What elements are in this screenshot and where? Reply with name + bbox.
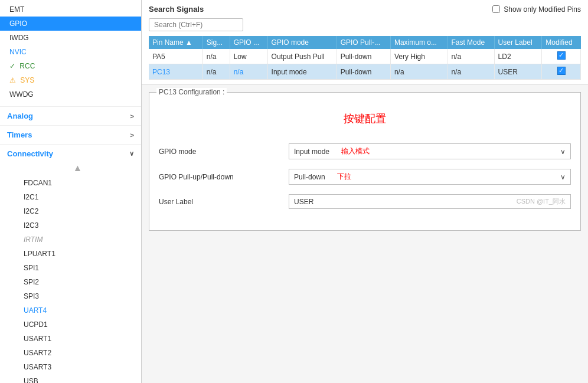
- cell-gpio-mode: Output Push Pull: [267, 49, 337, 64]
- cell-modified[interactable]: [542, 49, 581, 64]
- sidebar-item-sys[interactable]: ⚠ SYS: [0, 73, 141, 87]
- sidebar-item-usart2[interactable]: USART2: [14, 346, 141, 360]
- config-center-title: 按键配置: [159, 100, 571, 143]
- config-row-user-label: User Label USER CSDN @IT_阿水: [159, 194, 571, 209]
- show-modified-checkbox[interactable]: [492, 5, 500, 13]
- sidebar-item-usart3[interactable]: USART3: [14, 360, 141, 374]
- table-row[interactable]: PC13 n/a n/a Input mode Pull-down n/a n/…: [149, 64, 581, 80]
- emt-label: EMT: [9, 5, 24, 14]
- gpio-pull-annotation: 下拉: [330, 172, 351, 182]
- search-bar-row: Search Signals Show only Modified Pins: [149, 5, 581, 14]
- cell-max-output: n/a: [390, 64, 447, 80]
- analog-section-label: Analog: [7, 112, 33, 120]
- user-label-value: USER: [294, 198, 313, 206]
- gpio-mode-select[interactable]: Input mode 输入模式 ∨: [289, 143, 571, 159]
- col-gpio[interactable]: GPIO ...: [230, 36, 267, 49]
- cell-pin-name: PC13: [149, 64, 202, 80]
- sidebar-item-spi3[interactable]: SPI3: [14, 289, 141, 303]
- nvic-label: NVIC: [9, 48, 27, 56]
- user-label-label: User Label: [159, 198, 289, 206]
- col-max-output[interactable]: Maximum o...: [390, 36, 447, 49]
- gpio-pull-select[interactable]: Pull-down 下拉 ∨: [289, 169, 571, 185]
- gpio-mode-control: Input mode 输入模式 ∨: [289, 143, 571, 159]
- sidebar-item-i2c1[interactable]: I2C1: [14, 190, 141, 204]
- gpio-label: GPIO: [9, 19, 27, 28]
- user-label-control: USER CSDN @IT_阿水: [289, 194, 571, 209]
- modified-checkbox-pa5[interactable]: [557, 51, 566, 60]
- sidebar-item-lpuart1[interactable]: LPUART1: [14, 247, 141, 261]
- sidebar-item-i2c2[interactable]: I2C2: [14, 204, 141, 218]
- analog-arrow: >: [130, 113, 134, 120]
- chevron-down-icon-2: ∨: [560, 173, 566, 181]
- sys-label: SYS: [20, 76, 34, 84]
- search-right: Show only Modified Pins: [492, 5, 581, 14]
- col-fast-mode[interactable]: Fast Mode: [447, 36, 494, 49]
- timers-arrow: >: [130, 132, 134, 139]
- connectivity-section-label: Connectivity: [7, 149, 53, 158]
- col-pin-name[interactable]: Pin Name ▲: [149, 36, 202, 49]
- col-gpio-pull[interactable]: GPIO Pull-...: [337, 36, 390, 49]
- main-content: Search Signals Show only Modified Pins P…: [142, 0, 588, 383]
- cell-gpio: Low: [230, 49, 267, 64]
- config-box: PC13 Configuration : 按键配置 GPIO mode Inpu…: [149, 92, 581, 231]
- top-area: Search Signals Show only Modified Pins P…: [142, 0, 588, 85]
- cell-max-output: Very High: [390, 49, 447, 64]
- show-modified-label: Show only Modified Pins: [504, 5, 581, 14]
- sidebar-item-wwdg[interactable]: WWDG: [0, 87, 141, 102]
- sidebar-section-timers[interactable]: Timers >: [0, 125, 141, 144]
- sidebar-item-emt[interactable]: EMT: [0, 2, 141, 17]
- connectivity-subitems: ▲ FDCAN1 I2C1 I2C2 I2C3 IRTIM LPUART1 SP…: [0, 163, 141, 383]
- col-user-label[interactable]: User Label: [494, 36, 542, 49]
- sidebar-item-nvic[interactable]: NVIC: [0, 45, 141, 59]
- connectivity-arrow: ∨: [129, 150, 134, 158]
- sidebar-item-iwdg[interactable]: IWDG: [0, 31, 141, 45]
- col-signal[interactable]: Sig...: [202, 36, 230, 49]
- config-row-gpio-pull: GPIO Pull-up/Pull-down Pull-down 下拉 ∨: [159, 169, 571, 185]
- sidebar-section-connectivity[interactable]: Connectivity ∨: [0, 144, 141, 163]
- sidebar-section-analog[interactable]: Analog >: [0, 106, 141, 125]
- sidebar-item-usb[interactable]: USB: [14, 374, 141, 383]
- sidebar-item-rcc[interactable]: ✓ RCC: [0, 59, 141, 73]
- cell-gpio-pull: Pull-down: [337, 49, 390, 64]
- col-gpio-mode[interactable]: GPIO mode: [267, 36, 337, 49]
- gpio-pull-control: Pull-down 下拉 ∨: [289, 169, 571, 185]
- cell-user-label: USER: [494, 64, 542, 80]
- cell-gpio-pull: Pull-down: [337, 64, 390, 80]
- search-signals-label: Search Signals: [149, 5, 204, 14]
- search-input[interactable]: [154, 21, 238, 29]
- sidebar-item-gpio[interactable]: GPIO: [0, 17, 141, 31]
- search-input-wrap[interactable]: [149, 18, 243, 31]
- sidebar-item-spi1[interactable]: SPI1: [14, 261, 141, 275]
- sidebar-item-usart1[interactable]: USART1: [14, 332, 141, 346]
- sidebar-item-uart4[interactable]: UART4: [14, 303, 141, 317]
- timers-section-label: Timers: [7, 130, 32, 139]
- rcc-label: RCC: [19, 62, 35, 70]
- sidebar-item-ucpd1[interactable]: UCPD1: [14, 317, 141, 332]
- sidebar-item-irtim[interactable]: IRTIM: [14, 233, 141, 247]
- iwdg-label: IWDG: [9, 34, 29, 42]
- gpio-mode-label: GPIO mode: [159, 148, 289, 156]
- cell-fast-mode: n/a: [447, 64, 494, 80]
- gpio-pull-value: Pull-down: [294, 173, 325, 181]
- user-label-watermark: CSDN @IT_阿水: [517, 197, 566, 206]
- gpio-mode-annotation: 输入模式: [334, 146, 370, 156]
- config-box-title: PC13 Configuration :: [156, 88, 227, 96]
- cell-fast-mode: n/a: [447, 49, 494, 64]
- table-row[interactable]: PA5 n/a Low Output Push Pull Pull-down V…: [149, 49, 581, 64]
- cell-user-label: LD2: [494, 49, 542, 64]
- sidebar-item-fdcan1[interactable]: FDCAN1: [14, 176, 141, 190]
- warning-icon: ⚠: [9, 76, 16, 84]
- config-row-gpio-mode: GPIO mode Input mode 输入模式 ∨: [159, 143, 571, 159]
- sidebar-item-spi2[interactable]: SPI2: [14, 275, 141, 289]
- sidebar: EMT GPIO IWDG NVIC ✓ RCC ⚠ SYS WWDG Anal…: [0, 0, 142, 383]
- config-panel: PC13 Configuration : 按键配置 GPIO mode Inpu…: [142, 85, 588, 383]
- col-modified[interactable]: Modified: [542, 36, 581, 49]
- scroll-up-indicator[interactable]: ▲: [14, 163, 141, 174]
- gpio-pull-label: GPIO Pull-up/Pull-down: [159, 173, 289, 181]
- sidebar-item-i2c3[interactable]: I2C3: [14, 218, 141, 233]
- cell-modified[interactable]: [542, 64, 581, 80]
- modified-checkbox-pc13[interactable]: [557, 67, 566, 75]
- user-label-input-wrap: USER CSDN @IT_阿水: [289, 194, 571, 209]
- cell-pin-name: PA5: [149, 49, 202, 64]
- chevron-down-icon: ∨: [560, 148, 566, 156]
